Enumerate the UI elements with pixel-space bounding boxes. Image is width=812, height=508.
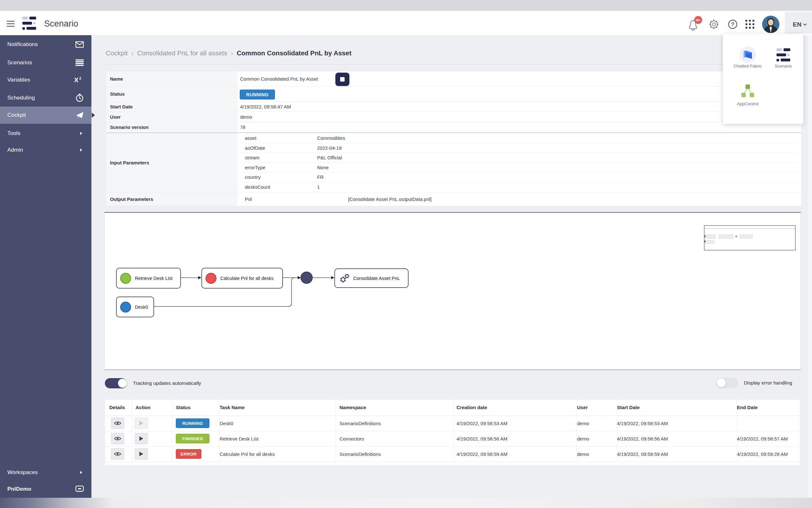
svg-text:?: ? <box>731 22 734 28</box>
svg-text:99+: 99+ <box>696 18 701 22</box>
svg-text:2: 2 <box>79 77 81 80</box>
svg-text:X: X <box>74 77 79 84</box>
